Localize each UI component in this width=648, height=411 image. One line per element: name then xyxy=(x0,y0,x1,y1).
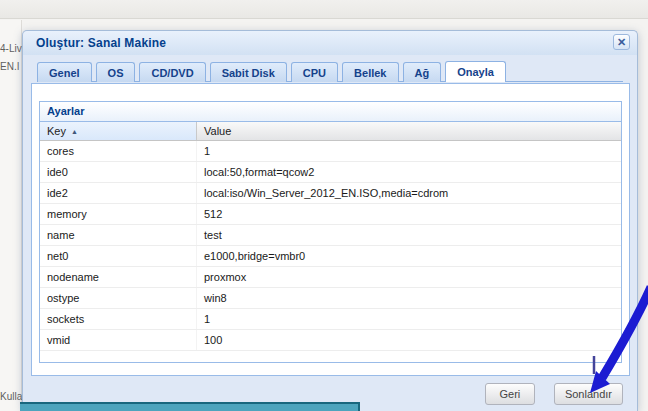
cell-value: 512 xyxy=(197,204,621,224)
grid-row-ide0[interactable]: ide0local:50,format=qcow2 xyxy=(40,162,621,183)
cell-key: nodename xyxy=(40,267,197,287)
cell-key: ide0 xyxy=(40,162,197,182)
grid-row-cores[interactable]: cores1 xyxy=(40,141,621,162)
close-icon[interactable]: ✕ xyxy=(613,34,630,50)
cell-value: proxmox xyxy=(197,267,621,287)
background-text-fragment: Kulla xyxy=(0,391,22,402)
grid-row-memory[interactable]: memory512 xyxy=(40,204,621,225)
tab-genel[interactable]: Genel xyxy=(37,62,92,82)
background-left-strip xyxy=(0,20,22,411)
settings-panel-header: Ayarlar xyxy=(40,102,621,122)
grid-column-headers: Key▲ Value xyxy=(40,122,621,141)
grid-row-ide2[interactable]: ide2local:iso/Win_Server_2012_EN.ISO,med… xyxy=(40,183,621,204)
background-text-fragment: EN.I xyxy=(0,61,19,72)
cell-key: net0 xyxy=(40,246,197,266)
grid-row-vmid[interactable]: vmid100 xyxy=(40,330,621,351)
cell-value: 100 xyxy=(197,330,621,350)
tab-os[interactable]: OS xyxy=(96,62,136,82)
tab-onayla[interactable]: Onayla xyxy=(445,61,506,82)
cell-key: memory xyxy=(40,204,197,224)
grid-row-sockets[interactable]: sockets1 xyxy=(40,309,621,330)
grid-rows: cores1ide0local:50,format=qcow2ide2local… xyxy=(40,141,621,351)
grid-row-ostype[interactable]: ostypewin8 xyxy=(40,288,621,309)
dialog-titlebar: Oluştur: Sanal Makine ✕ xyxy=(23,31,637,55)
column-header-value[interactable]: Value xyxy=(197,122,621,140)
grid-row-nodename[interactable]: nodenameproxmox xyxy=(40,267,621,288)
cell-value: test xyxy=(197,225,621,245)
cell-value: local:iso/Win_Server_2012_EN.ISO,media=c… xyxy=(197,183,621,203)
cell-value: local:50,format=qcow2 xyxy=(197,162,621,182)
cell-key: cores xyxy=(40,141,197,161)
column-header-value-label: Value xyxy=(204,125,231,137)
cell-key: name xyxy=(40,225,197,245)
cell-value: e1000,bridge=vmbr0 xyxy=(197,246,621,266)
background-text-fragment: 4-Liv xyxy=(0,43,22,54)
background-top-strip xyxy=(0,0,648,19)
cell-value: 1 xyxy=(197,141,621,161)
tab-bellek[interactable]: Bellek xyxy=(342,62,398,82)
finish-button[interactable]: Sonlandır xyxy=(554,383,623,405)
tab-content-panel: Ayarlar Key▲ Value cores1ide0local:50,fo… xyxy=(31,83,630,376)
cell-key: ide2 xyxy=(40,183,197,203)
background-teal-bar xyxy=(20,402,360,411)
cell-key: sockets xyxy=(40,309,197,329)
cell-value: win8 xyxy=(197,288,621,308)
grid-row-name[interactable]: nametest xyxy=(40,225,621,246)
create-vm-dialog: Oluştur: Sanal Makine ✕ GenelOSCD/DVDSab… xyxy=(22,30,638,411)
dialog-title: Oluştur: Sanal Makine xyxy=(36,36,166,50)
sort-asc-icon: ▲ xyxy=(71,128,78,135)
column-header-key[interactable]: Key▲ xyxy=(40,122,197,140)
tab-cd-dvd[interactable]: CD/DVD xyxy=(139,62,205,82)
tab-strip: GenelOSCD/DVDSabit DiskCPUBellekAğOnayla xyxy=(37,58,623,82)
grid-row-net0[interactable]: net0e1000,bridge=vmbr0 xyxy=(40,246,621,267)
tab-sabit-disk[interactable]: Sabit Disk xyxy=(210,62,287,82)
settings-grid-panel: Ayarlar Key▲ Value cores1ide0local:50,fo… xyxy=(39,101,622,363)
back-button[interactable]: Geri xyxy=(485,383,535,405)
tab-ağ[interactable]: Ağ xyxy=(403,62,442,82)
cell-key: ostype xyxy=(40,288,197,308)
tab-cpu[interactable]: CPU xyxy=(291,62,338,82)
cell-key: vmid xyxy=(40,330,197,350)
column-header-key-label: Key xyxy=(47,125,66,137)
cell-value: 1 xyxy=(197,309,621,329)
